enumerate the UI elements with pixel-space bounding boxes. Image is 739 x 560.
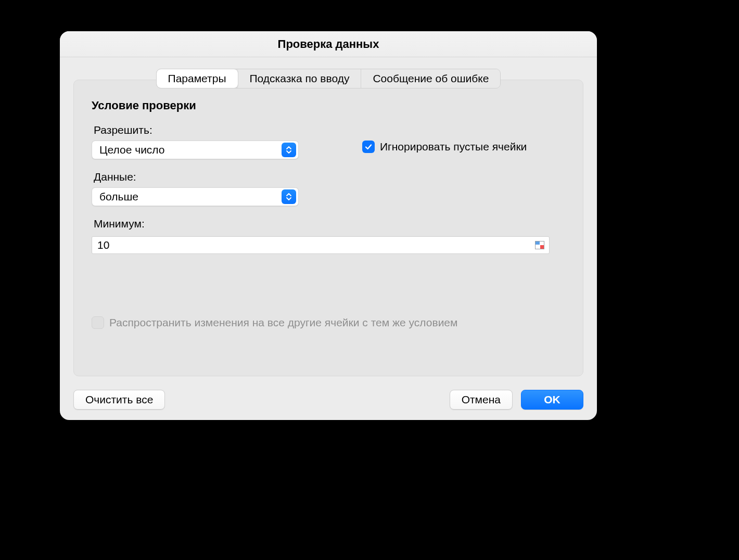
svg-rect-2 [536,241,540,245]
data-validation-dialog: Проверка данных Параметры Подсказка по в… [60,31,597,420]
data-label: Данные: [94,171,300,183]
data-select[interactable]: больше [92,187,299,206]
tab-settings[interactable]: Параметры [157,69,238,88]
select-stepper-icon [282,143,296,157]
ignore-empty-checkbox[interactable] [362,141,375,153]
select-stepper-icon [282,189,296,204]
minimum-input-row [92,236,550,254]
clear-all-button[interactable]: Очистить все [73,390,165,410]
dialog-title: Проверка данных [60,31,597,57]
minimum-input[interactable] [92,239,533,251]
data-select-value: больше [92,190,282,203]
ok-button[interactable]: OK [521,390,583,410]
ignore-empty-label: Игнорировать пустые ячейки [380,141,527,153]
tab-error-message[interactable]: Сообщение об ошибке [361,69,500,88]
range-select-icon[interactable] [533,239,546,251]
tab-input-hint[interactable]: Подсказка по вводу [238,69,362,88]
minimum-label: Минимум: [94,218,300,230]
propagate-checkbox [92,316,104,329]
validation-condition-title: Условие проверки [92,99,565,112]
allow-select-value: Целое число [92,144,282,156]
cancel-button[interactable]: Отмена [450,390,513,410]
tabs: Параметры Подсказка по вводу Сообщение о… [73,69,583,88]
allow-label: Разрешить: [94,124,300,136]
settings-panel: Условие проверки Разрешить: Целое число … [73,80,583,376]
dialog-footer: Очистить все Отмена OK [60,381,597,420]
svg-rect-1 [540,245,544,249]
dialog-body: Параметры Подсказка по вводу Сообщение о… [60,57,597,381]
allow-select[interactable]: Целое число [92,141,299,159]
propagate-label: Распространить изменения на все другие я… [109,316,458,329]
